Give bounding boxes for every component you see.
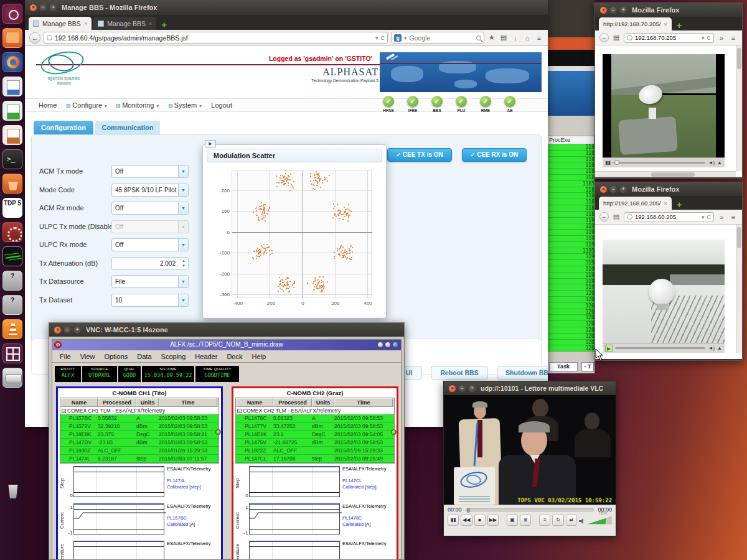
play-icon[interactable]: ▶	[605, 345, 613, 352]
vlc-icon[interactable]	[2, 319, 22, 339]
shuffle-button[interactable]: ⇄	[566, 515, 577, 526]
vertical-scrollbar[interactable]	[736, 225, 742, 353]
menu-configure[interactable]: Configure ▾	[67, 101, 106, 109]
workspace-switcher-icon[interactable]	[2, 343, 22, 363]
column-header[interactable]: Units	[312, 398, 334, 407]
proc-row[interactable]: 118	[547, 205, 594, 212]
tdp5-icon[interactable]: TDP 5	[2, 198, 22, 218]
mimic-menu-scoping[interactable]: Scoping	[161, 353, 186, 360]
column-header[interactable]: Processed	[273, 398, 312, 407]
proc-row[interactable]: 119	[547, 266, 594, 273]
proc-row[interactable]: 118	[547, 157, 594, 163]
titlebar[interactable]: ×–+ Mozilla Firefox	[595, 182, 742, 196]
url-bar[interactable]: 192.168.60.205▾C	[624, 212, 714, 222]
stop-button[interactable]: ■	[474, 515, 486, 526]
url-bar[interactable]: 192.168.70.205▾C	[624, 33, 714, 43]
proc-row[interactable]: 120	[547, 291, 594, 297]
home-icon[interactable]: ⌂	[523, 34, 532, 42]
close-icon[interactable]: ×	[600, 186, 607, 193]
play-icon[interactable]: ▶	[205, 140, 216, 147]
minimize-icon[interactable]	[377, 342, 383, 348]
proc-row[interactable]: 118	[547, 169, 594, 175]
proc-row[interactable]: 118	[547, 175, 594, 181]
proc-row[interactable]: 119	[547, 230, 594, 236]
task-button-2[interactable]: - T	[581, 362, 594, 371]
column-header[interactable]: Time	[159, 398, 217, 407]
column-header[interactable]: Units	[136, 398, 159, 407]
disk-utility-icon[interactable]	[2, 368, 22, 388]
table-row[interactable]: PL1478C0.56323A2015/02/03 09:58:53	[236, 414, 394, 422]
volume-icon[interactable]: ◄)	[708, 345, 715, 351]
search-icon[interactable]	[476, 35, 481, 40]
tx-datasource-select[interactable]: File▼	[111, 275, 189, 288]
engine-dropdown-icon[interactable]: ▾	[404, 35, 407, 41]
speaker-icon[interactable]	[579, 518, 585, 525]
proc-row[interactable]: 118	[547, 193, 594, 199]
table-row[interactable]: PL1474L5.23187step2015/02/03 07:11:57	[60, 455, 218, 463]
close-icon[interactable]: ×	[30, 4, 37, 11]
titlebar[interactable]: ×–+ VNC: W-MCC-1:5 l4szone	[49, 323, 404, 337]
spinner-arrows-icon[interactable]: ▲▼	[181, 258, 187, 268]
back-button[interactable]: ←	[599, 33, 609, 42]
volume-control[interactable]: 75%	[579, 516, 612, 525]
maximize-icon[interactable]	[385, 342, 391, 348]
pause-icon[interactable]: ▮▮	[605, 160, 611, 166]
loop-button[interactable]: ↻	[552, 515, 563, 526]
table-row[interactable]: PL1922ZALC_OFF2015/01/29 15:29:33	[236, 447, 394, 455]
chevron-down-icon[interactable]: ▼	[178, 294, 188, 306]
menu-system[interactable]: System ▾	[169, 101, 202, 109]
proc-row[interactable]: 119	[547, 273, 594, 279]
maximize-icon[interactable]: +	[469, 385, 476, 392]
table-row[interactable]: PL14E8K23.1DegC2015/02/03 09:54:05	[236, 431, 394, 439]
proc-row[interactable]: 118	[547, 162, 594, 169]
mimic-menu-view[interactable]: View	[80, 353, 95, 360]
mimic-menu-help[interactable]: Help	[251, 353, 266, 360]
back-button[interactable]: ←	[599, 212, 609, 222]
tab-close-icon[interactable]: ×	[664, 21, 667, 27]
unknown-app-2-icon[interactable]: ?	[2, 295, 22, 315]
proc-row[interactable]: 119	[547, 254, 594, 260]
tree-collapse-icon[interactable]: –	[62, 409, 66, 413]
cee-rx-button[interactable]: ✓CEE RX is ON	[462, 148, 527, 162]
menu-icon[interactable]: ≡	[729, 34, 738, 42]
table-row[interactable]: PL1477V33.47253dBm2015/02/03 09:58:53	[236, 422, 394, 431]
minimize-icon[interactable]: –	[610, 186, 617, 193]
proc-row[interactable]: 120	[547, 315, 594, 321]
previous-button[interactable]: ◀◀	[461, 515, 472, 526]
proc-row[interactable]: 1185	[547, 181, 594, 187]
chevron-down-icon[interactable]: ▼	[178, 184, 188, 196]
proc-row[interactable]: 118	[547, 212, 594, 218]
playlist-button[interactable]: ≡	[539, 515, 550, 526]
table-group-row[interactable]: –COMEX CH1 TLM - ESA/ALFX/Telemetry	[60, 407, 218, 414]
close-icon[interactable]: ×	[54, 327, 61, 334]
menu-icon[interactable]: ≡	[535, 34, 543, 42]
horizontal-scrollbar[interactable]	[595, 171, 736, 177]
libreoffice-calc-icon[interactable]	[2, 101, 22, 121]
bookmark-star-icon[interactable]: ★	[487, 34, 496, 42]
webcam-video[interactable]: ▮▮ ◄) ▲	[603, 54, 725, 167]
proc-table-header[interactable]: ProcExe	[547, 136, 594, 144]
history-icon[interactable]: ▤	[612, 34, 621, 42]
maximize-icon[interactable]: +	[50, 4, 57, 11]
proc-row[interactable]: 120	[547, 297, 594, 303]
proc-row[interactable]: 118	[547, 144, 594, 151]
mimic-titlebar[interactable]: b ALFX /sc../TDP5/C_NOM_B_mimic.draw	[52, 340, 401, 350]
seek-bar[interactable]	[615, 347, 705, 349]
acm-rx-mode-select[interactable]: Off▼	[111, 202, 189, 215]
chevron-down-icon[interactable]: ▼	[178, 239, 188, 251]
search-engine-label[interactable]: Google	[410, 34, 474, 42]
proc-row[interactable]: 119	[547, 236, 594, 242]
tab-cam2[interactable]: http://192.168.60.205/×	[599, 197, 672, 210]
mimic-menu-header[interactable]: Header	[195, 353, 217, 360]
clipboard-icon[interactable]: ▤	[499, 34, 508, 42]
maximize-icon[interactable]: +	[74, 327, 81, 334]
table-row[interactable]: PL19E8K23.375DegC2015/02/03 09:58:21	[60, 431, 218, 439]
tab-manage-bbs-2[interactable]: Manage BBS×	[93, 17, 156, 30]
new-tab-icon[interactable]: +	[677, 20, 682, 30]
tab-close-icon[interactable]: ×	[149, 21, 152, 27]
task-button[interactable]: Task	[549, 362, 578, 371]
cee-tx-button[interactable]: ✓CEE TX is ON	[387, 148, 452, 162]
vlc-video[interactable]: TDP5 VDC 03/02/2015 10:59:22	[444, 395, 616, 506]
close-icon[interactable]: ×	[600, 7, 607, 14]
mimic-menu-options[interactable]: Options	[104, 353, 128, 360]
